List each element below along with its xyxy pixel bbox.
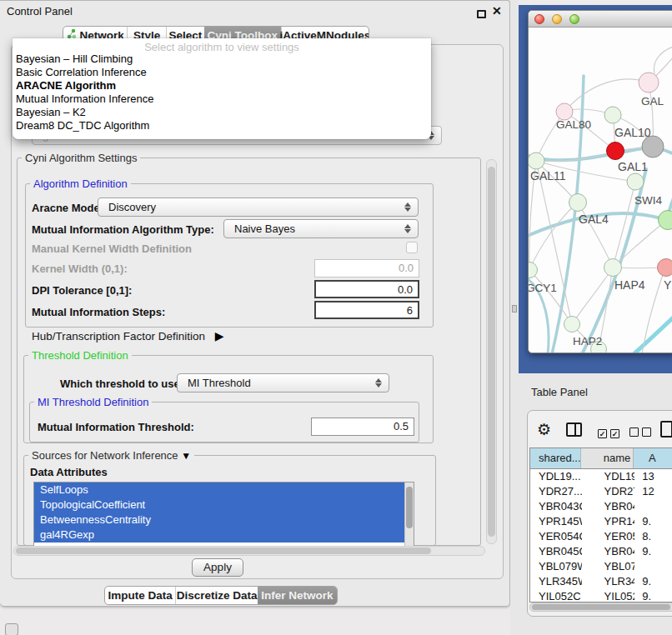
attribute-list-item[interactable]: BetweennessCentrality [34, 512, 414, 528]
dpi-tolerance-field[interactable]: 0.0 [314, 280, 419, 298]
table-column-header[interactable]: A [634, 448, 672, 468]
table-cell: YDR27... [530, 484, 582, 499]
columns-icon[interactable] [566, 422, 582, 437]
network-node[interactable] [659, 211, 672, 230]
network-edge[interactable] [613, 220, 667, 268]
scrollbar-thumb[interactable] [406, 487, 413, 528]
table-row[interactable]: YBR045CYBR045C9. [530, 544, 672, 559]
close-traffic-light-icon[interactable] [534, 14, 544, 24]
network-edge[interactable] [634, 309, 672, 352]
table-row[interactable]: YBR043CYBR043C [530, 499, 672, 514]
network-node-gal[interactable] [639, 72, 659, 92]
table-cell: YIL052C [582, 589, 635, 602]
list-vertical-scrollbar[interactable] [404, 482, 414, 546]
network-node-hap2[interactable] [564, 317, 580, 332]
float-window-icon[interactable] [477, 10, 486, 18]
tab-impute-data[interactable]: Impute Data [105, 587, 175, 604]
which-threshold-combobox[interactable]: MI Threshold [177, 373, 389, 392]
new-table-icon[interactable] [660, 421, 672, 438]
scrollbar-thumb[interactable] [532, 604, 670, 610]
table-cell: YLR345W [582, 574, 635, 589]
table-row[interactable]: YIL052CYIL052C9. [530, 589, 672, 602]
sources-group-title[interactable]: Sources for Network Inference ▼ [28, 449, 194, 462]
zoom-traffic-light-icon[interactable] [569, 14, 579, 24]
panel-divider[interactable] [510, 0, 519, 635]
network-node-label: GAL1 [618, 160, 648, 173]
minimize-traffic-light-icon[interactable] [552, 14, 562, 24]
table-panel: Table Panel ⚙ ✓✓ shared...nameA YDL19...… [519, 373, 672, 635]
network-node-y[interactable] [658, 259, 672, 277]
scrollbar-thumb[interactable] [16, 548, 431, 554]
menu-item-aracne[interactable]: ARACNE Algorithm [13, 79, 431, 92]
table-row[interactable]: YPR145WYPR145W9. [530, 514, 672, 529]
network-node-label: GAL80 [556, 118, 591, 131]
divider-handle-icon[interactable] [512, 305, 517, 312]
unchecked-box-icon [629, 428, 639, 437]
table-cell: YBL079W [582, 559, 635, 574]
table-row[interactable]: YLR345WYLR345W9. [530, 574, 672, 589]
table-row[interactable]: YDL19...YDL19...13 [530, 469, 672, 484]
network-node-label: GAL4 [579, 212, 609, 226]
mi-threshold-definition-title: MI Threshold Definition [34, 396, 152, 408]
network-node-hap4[interactable] [604, 259, 622, 277]
tab-infer-network[interactable]: Infer Network [258, 587, 337, 604]
network-canvas[interactable]: GALGAL80GAL10GAL1GAL11SWI4GAL4HAP4YGCY1H… [529, 28, 672, 352]
network-node-gal80[interactable] [556, 103, 573, 120]
hub-definition-expander[interactable]: Hub/Transcription Factor Definition ▶ [32, 329, 224, 342]
attribute-list-item[interactable]: TopologicalCoefficient [34, 498, 414, 512]
network-node-gal11[interactable] [529, 152, 544, 169]
menu-item-bayesian-hill-climbing[interactable]: Bayesian – Hill Climbing [13, 52, 431, 66]
settings-vertical-scrollbar[interactable] [486, 159, 497, 544]
network-edge[interactable] [564, 79, 649, 112]
menu-item-basic-correlation[interactable]: Basic Correlation Inference [13, 66, 431, 79]
table-row[interactable]: YER054CYER054C8. [530, 529, 672, 544]
aracne-mode-combobox[interactable]: Discovery [98, 198, 419, 217]
kernel-width-field[interactable]: 0.0 [314, 259, 419, 278]
network-node-gal4[interactable] [569, 194, 587, 212]
mi-steps-field[interactable]: 6 [314, 301, 419, 319]
mi-algorithm-type-combobox[interactable]: Naive Bayes [223, 219, 419, 238]
table-column-header[interactable]: name [581, 448, 634, 468]
gear-icon[interactable]: ⚙ [537, 422, 551, 438]
tab-discretize-data-label: Discretize Data [177, 587, 258, 604]
combo-stepper-icon [374, 378, 383, 390]
table-cell [634, 559, 672, 574]
data-attributes-list[interactable]: SelfLoopsTopologicalCoefficientBetweenne… [33, 482, 414, 547]
settings-horizontal-scrollbar[interactable] [13, 546, 485, 556]
menu-item-mutual-information[interactable]: Mutual Information Inference [13, 92, 431, 106]
tab-discretize-data[interactable]: Discretize Data [175, 587, 257, 604]
table-cell: 13 [634, 469, 672, 484]
apply-button[interactable]: Apply [192, 558, 243, 577]
table-cell: 8. [634, 529, 672, 544]
network-desktop-area: GALGAL80GAL10GAL1GAL11SWI4GAL4HAP4YGCY1H… [519, 5, 672, 373]
network-window-titlebar[interactable] [529, 11, 672, 28]
table-column-header[interactable]: shared... [530, 448, 581, 468]
network-node-gal10[interactable] [604, 107, 621, 123]
table-cell: YBR043C [530, 499, 582, 514]
combo-stepper-icon [404, 223, 412, 236]
kernel-width-label: Kernel Width (0,1): [32, 262, 128, 275]
table-row[interactable]: YBL079WYBL079W [530, 559, 672, 574]
manual-kernel-width-checkbox[interactable] [406, 242, 418, 253]
network-node-swi4[interactable] [627, 173, 644, 190]
table-cell: 9. [634, 514, 672, 529]
menu-item-dream8[interactable]: Dream8 DC_TDC Algorithm [13, 119, 431, 132]
select-all-checkboxes-icon[interactable]: ✓✓ [598, 425, 623, 440]
mi-threshold-field[interactable]: 0.5 [311, 418, 414, 436]
table-cell: YDR27... [582, 484, 635, 499]
menu-item-bayesian-k2[interactable]: Bayesian – K2 [13, 106, 431, 119]
close-icon[interactable]: ✕ [492, 4, 502, 18]
network-node-gcy1[interactable] [529, 262, 538, 278]
network-node-gal1[interactable] [607, 142, 624, 160]
attribute-list-item[interactable]: gal4RGexp [34, 528, 414, 542]
scrollbar-thumb[interactable] [488, 167, 495, 537]
network-edge[interactable] [642, 268, 665, 352]
attribute-list-item[interactable]: SelfLoops [34, 482, 414, 498]
minimized-panel-icon[interactable] [5, 623, 18, 635]
control-panel-window: Control Panel ✕ Network Style Select Cyn… [0, 0, 510, 607]
table-horizontal-scrollbar[interactable] [529, 602, 672, 612]
data-attributes-label: Data Attributes [30, 466, 108, 478]
deselect-all-checkboxes-icon[interactable] [629, 425, 654, 440]
table-row[interactable]: YDR27...YDR27...12 [530, 484, 672, 499]
aracne-mode-value: Discovery [108, 201, 156, 213]
